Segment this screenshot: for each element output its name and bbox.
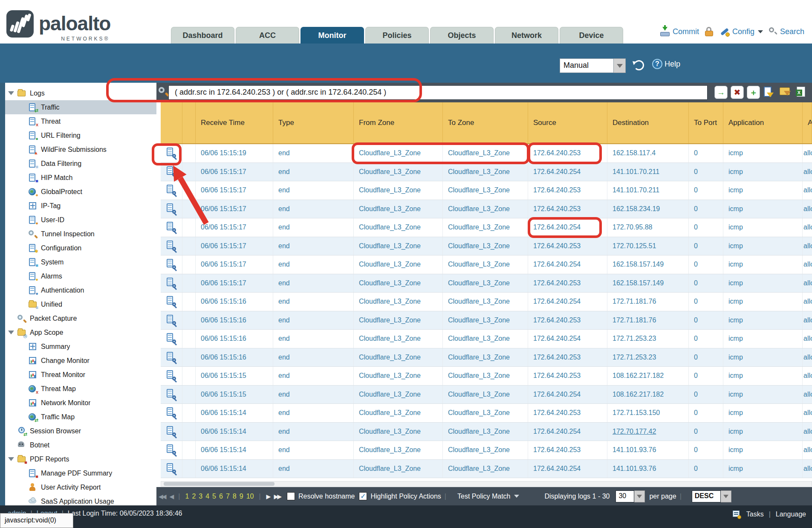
to-zone-cell[interactable]: Cloudflare_L3_Zone — [443, 163, 528, 181]
page-number-10[interactable]: 10 — [246, 493, 254, 500]
sidebar-item-user-activity-report[interactable]: User Activity Report — [5, 480, 156, 494]
log-detail-icon[interactable] — [161, 218, 182, 237]
to-port-cell[interactable]: 0 — [689, 274, 723, 293]
log-detail-icon[interactable] — [161, 348, 182, 367]
to-zone-cell[interactable]: Cloudflare_L3_Zone — [443, 200, 528, 218]
to-zone-cell[interactable]: Cloudflare_L3_Zone — [443, 386, 528, 404]
destination-cell[interactable]: 172.71.153.150 — [607, 404, 689, 422]
source-cell[interactable]: 172.64.240.254 — [528, 293, 607, 311]
application-cell[interactable]: icmp — [723, 144, 803, 162]
to-zone-cell[interactable]: Cloudflare_L3_Zone — [443, 181, 528, 200]
log-detail-icon[interactable] — [161, 367, 182, 385]
destination-cell[interactable]: 172.71.253.23 — [607, 348, 689, 367]
filter-query-input[interactable]: ( addr.src in 172.64.240.253 ) or ( addr… — [168, 85, 708, 100]
receive-time-cell[interactable]: 06/06 15:15:17 — [196, 163, 273, 181]
receive-time-cell[interactable]: 06/06 15:15:17 — [196, 274, 273, 293]
receive-time-cell[interactable]: 06/06 15:15:19 — [196, 144, 273, 162]
sidebar-item-logs[interactable]: Logs — [5, 86, 156, 100]
from-zone-cell[interactable]: Cloudflare_L3_Zone — [354, 293, 443, 311]
action-cell[interactable]: allow — [803, 348, 812, 367]
action-cell[interactable]: allow — [803, 460, 812, 478]
sidebar-item-pdf-reports[interactable]: ■PDF Reports — [5, 452, 156, 466]
sidebar-item-data-filtering[interactable]: ≡Data Filtering — [5, 157, 156, 171]
tab-acc[interactable]: ACC — [236, 27, 299, 44]
to-port-cell[interactable]: 0 — [689, 441, 723, 459]
test-policy-match-button[interactable]: Test Policy Match — [457, 493, 519, 500]
sidebar-item-hip-match[interactable]: ■HIP Match — [5, 171, 156, 185]
type-cell[interactable]: end — [273, 311, 354, 330]
action-cell[interactable]: allow — [803, 200, 812, 218]
receive-time-cell[interactable]: 06/06 15:15:15 — [196, 386, 273, 404]
application-cell[interactable]: icmp — [723, 423, 803, 441]
source-cell[interactable]: 172.64.240.254 — [528, 386, 607, 404]
sort-order-select[interactable]: DESC — [692, 490, 731, 502]
clear-filter-icon[interactable]: ✖ — [731, 86, 744, 99]
type-cell[interactable]: end — [273, 404, 354, 422]
application-cell[interactable]: icmp — [723, 311, 803, 330]
log-detail-icon[interactable] — [161, 386, 182, 404]
from-zone-cell[interactable]: Cloudflare_L3_Zone — [354, 330, 443, 348]
from-zone-cell[interactable]: Cloudflare_L3_Zone — [354, 255, 443, 274]
page-number-9[interactable]: 9 — [240, 493, 243, 500]
column-header-receive-time[interactable]: Receive Time — [196, 102, 273, 143]
from-zone-cell[interactable]: Cloudflare_L3_Zone — [354, 441, 443, 459]
destination-cell[interactable]: 141.101.93.76 — [607, 460, 689, 478]
type-cell[interactable]: end — [273, 181, 354, 200]
from-zone-cell[interactable]: Cloudflare_L3_Zone — [354, 404, 443, 422]
application-cell[interactable]: icmp — [723, 218, 803, 237]
from-zone-cell[interactable]: Cloudflare_L3_Zone — [354, 274, 443, 293]
load-filter-icon[interactable] — [779, 86, 792, 99]
sidebar-item-change-monitor[interactable]: Change Monitor — [5, 354, 156, 368]
application-cell[interactable]: icmp — [723, 237, 803, 255]
page-number-5[interactable]: 5 — [212, 493, 216, 500]
sidebar-item-threat-monitor[interactable]: Threat Monitor — [5, 368, 156, 382]
action-cell[interactable]: allow — [803, 311, 812, 330]
source-cell[interactable]: 172.64.240.254 — [528, 218, 607, 237]
column-header-from-zone[interactable]: From Zone — [354, 102, 443, 143]
action-cell[interactable]: allow — [803, 218, 812, 237]
sidebar-item-traffic[interactable]: ⇄Traffic — [5, 100, 156, 114]
sidebar-item-manage-pdf-summary[interactable]: ■Manage PDF Summary — [5, 466, 156, 480]
from-zone-cell[interactable]: Cloudflare_L3_Zone — [354, 200, 443, 218]
destination-cell[interactable]: 162.158.234.19 — [607, 200, 689, 218]
from-zone-cell[interactable]: Cloudflare_L3_Zone — [354, 367, 443, 385]
source-cell[interactable]: 172.64.240.253 — [528, 404, 607, 422]
type-cell[interactable]: end — [273, 460, 354, 478]
to-port-cell[interactable]: 0 — [689, 386, 723, 404]
page-number-1[interactable]: 1 — [185, 493, 189, 500]
destination-cell[interactable]: 172.71.181.76 — [607, 311, 689, 330]
destination-cell[interactable]: 172.71.253.23 — [607, 330, 689, 348]
refresh-interval-dropdown-arrow[interactable] — [614, 58, 626, 73]
destination-cell[interactable]: 108.162.217.182 — [607, 386, 689, 404]
destination-cell[interactable]: 141.101.93.76 — [607, 441, 689, 459]
sidebar-item-url-filtering[interactable]: ●URL Filtering — [5, 128, 156, 142]
log-detail-icon[interactable] — [161, 144, 182, 162]
action-cell[interactable]: allow — [803, 386, 812, 404]
source-cell[interactable]: 172.64.240.253 — [528, 144, 607, 162]
receive-time-cell[interactable]: 06/06 15:15:14 — [196, 441, 273, 459]
sidebar-item-session-browser[interactable]: ⇄Session Browser — [5, 424, 156, 438]
next-page-button[interactable]: ▶ — [266, 493, 270, 500]
column-header-application[interactable]: Application — [723, 102, 803, 143]
type-cell[interactable]: end — [273, 237, 354, 255]
to-port-cell[interactable]: 0 — [689, 218, 723, 237]
application-cell[interactable]: icmp — [723, 460, 803, 478]
to-zone-cell[interactable]: Cloudflare_L3_Zone — [443, 348, 528, 367]
type-cell[interactable]: end — [273, 348, 354, 367]
to-port-cell[interactable]: 0 — [689, 311, 723, 330]
per-page-value[interactable]: 30 — [616, 490, 634, 502]
type-cell[interactable]: end — [273, 441, 354, 459]
sidebar-item-saas-application-usage[interactable]: SaaS Application Usage — [5, 494, 156, 505]
to-zone-cell[interactable]: Cloudflare_L3_Zone — [443, 460, 528, 478]
receive-time-cell[interactable]: 06/06 15:15:16 — [196, 348, 273, 367]
sidebar-item-ip-tag[interactable]: IP-Tag — [5, 199, 156, 213]
sidebar-item-packet-capture[interactable]: Packet Capture — [5, 311, 156, 325]
destination-cell[interactable]: 141.101.70.211 — [607, 181, 689, 200]
type-cell[interactable]: end — [273, 200, 354, 218]
log-detail-icon[interactable] — [161, 163, 182, 181]
tab-monitor[interactable]: Monitor — [301, 27, 364, 44]
per-page-select[interactable]: 30 — [616, 490, 645, 502]
application-cell[interactable]: icmp — [723, 386, 803, 404]
log-detail-icon[interactable] — [161, 311, 182, 330]
source-cell[interactable]: 172.64.240.254 — [528, 423, 607, 441]
